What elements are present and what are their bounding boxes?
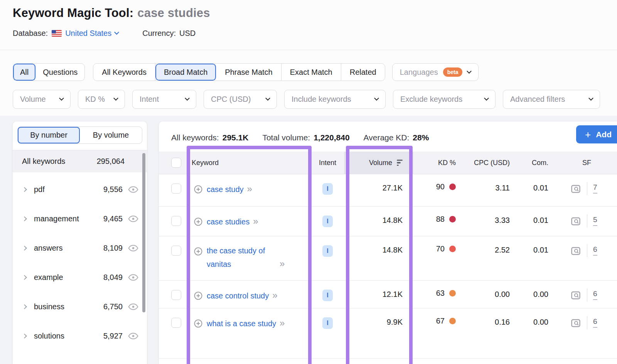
add-keyword-icon[interactable] <box>194 247 203 271</box>
all-keywords-row[interactable]: All keywords 295,064 <box>13 150 147 172</box>
tab-broad-match[interactable]: Broad Match <box>155 64 216 81</box>
intent-filter-dropdown[interactable]: Intent <box>132 90 196 109</box>
chevron-right-icon[interactable] <box>22 187 27 192</box>
intent-badge: I <box>322 183 333 195</box>
serp-preview-icon[interactable] <box>571 246 581 256</box>
row-checkbox[interactable] <box>171 216 181 226</box>
row-checkbox[interactable] <box>171 246 181 256</box>
cpc-value: 3.11 <box>496 184 510 192</box>
tab-all[interactable]: All <box>13 64 36 81</box>
serp-preview-icon[interactable] <box>571 291 581 300</box>
currency-value: USD <box>179 29 196 38</box>
keyword-link[interactable]: the case study of vanitas <box>207 244 276 271</box>
eye-icon[interactable] <box>128 332 138 340</box>
stat-average-kd-value: 28% <box>413 133 429 142</box>
serp-preview-icon[interactable] <box>571 217 581 226</box>
toggle-by-number[interactable]: By number <box>18 127 80 143</box>
group-row-pdf[interactable]: pdf 9,556 <box>13 175 147 204</box>
sidebar-scrollbar[interactable] <box>142 153 145 312</box>
divider <box>587 244 587 257</box>
group-row-solutions[interactable]: solutions 5,927 <box>13 321 147 351</box>
volume-filter-dropdown[interactable]: Volume <box>13 90 71 109</box>
sf-count-link[interactable]: 6 <box>593 317 597 328</box>
group-row-example[interactable]: example 8,049 <box>13 263 147 292</box>
com-value: 0.01 <box>533 246 548 254</box>
languages-dropdown[interactable]: Languages beta <box>392 63 479 81</box>
expand-keyword-icon[interactable]: » <box>272 290 276 300</box>
kd-filter-dropdown[interactable]: KD % <box>78 90 125 109</box>
expand-keyword-icon[interactable]: » <box>253 216 257 226</box>
chevron-right-icon[interactable] <box>22 334 27 339</box>
kd-difficulty-dot <box>449 184 456 190</box>
serp-preview-icon[interactable] <box>571 184 581 194</box>
advanced-filters-dropdown[interactable]: Advanced filters <box>503 90 600 109</box>
sf-cell: 7 <box>560 184 617 195</box>
sf-count-link[interactable]: 6 <box>593 245 597 256</box>
keyword-link[interactable]: case study <box>207 183 244 196</box>
select-all-checkbox[interactable] <box>171 158 181 168</box>
add-keyword-icon[interactable] <box>194 185 203 196</box>
group-row-business[interactable]: business 6,750 <box>13 292 147 321</box>
add-keyword-icon[interactable] <box>194 319 203 330</box>
tab-all-keywords[interactable]: All Keywords <box>93 64 155 81</box>
cpc-filter-dropdown[interactable]: CPC (USD) <box>204 90 277 109</box>
tab-phrase-match-label: Phrase Match <box>225 68 272 77</box>
database-selector[interactable]: United States <box>52 29 118 38</box>
kd-cell: 67 <box>413 318 467 324</box>
stat-all-keywords: All keywords: 295.1K <box>171 133 248 142</box>
chevron-down-icon <box>113 96 118 101</box>
tab-questions[interactable]: Questions <box>36 64 84 81</box>
tab-phrase-match[interactable]: Phrase Match <box>216 64 281 81</box>
expand-keyword-icon[interactable]: » <box>280 318 284 328</box>
chevron-right-icon[interactable] <box>22 304 27 309</box>
chevron-right-icon[interactable] <box>22 216 27 221</box>
expand-keyword-icon[interactable]: » <box>247 184 251 194</box>
header-keyword: Keyword <box>192 159 311 167</box>
eye-icon[interactable] <box>128 215 138 222</box>
header-volume-label: Volume <box>369 159 392 167</box>
kd-difficulty-dot <box>449 246 456 252</box>
page-title-text: Keyword Magic Tool: <box>13 6 133 20</box>
toggle-by-volume[interactable]: By volume <box>80 127 142 143</box>
sf-count-link[interactable]: 6 <box>593 290 597 300</box>
row-checkbox[interactable] <box>171 318 181 328</box>
serp-preview-icon[interactable] <box>571 318 581 328</box>
header-cpc: CPC (USD) <box>467 159 521 167</box>
sf-count-link[interactable]: 5 <box>593 216 597 226</box>
sf-count-link[interactable]: 7 <box>593 183 597 194</box>
keyword-link[interactable]: what is a case study <box>207 317 276 330</box>
add-keyword-icon[interactable] <box>194 291 203 303</box>
keyword-link[interactable]: case control study <box>207 289 269 303</box>
header-volume[interactable]: Volume <box>344 152 413 174</box>
com-cell: 0.01 <box>521 184 560 192</box>
keywords-table-panel: All keywords: 295.1K Total volume: 1,220… <box>159 121 617 364</box>
add-button[interactable]: + Add <box>576 125 617 143</box>
row-checkbox[interactable] <box>171 290 181 300</box>
include-keywords-dropdown[interactable]: Include keywords <box>284 90 386 109</box>
chevron-right-icon[interactable] <box>22 246 27 251</box>
group-row-answers[interactable]: answers 8,109 <box>13 233 147 263</box>
tab-exact-match-label: Exact Match <box>290 68 332 77</box>
eye-icon[interactable] <box>128 244 138 252</box>
tab-related[interactable]: Related <box>341 64 385 81</box>
volume-value: 9.9K <box>387 318 403 327</box>
keyword-link[interactable]: case studies <box>207 215 249 229</box>
group-row-management[interactable]: management 9,465 <box>13 204 147 233</box>
keyword-magic-tool-page: Keyword Magic Tool:case studies Database… <box>0 0 617 364</box>
exclude-keywords-dropdown[interactable]: Exclude keywords <box>393 90 496 109</box>
tab-exact-match[interactable]: Exact Match <box>282 64 341 81</box>
chevron-right-icon[interactable] <box>22 275 27 280</box>
cpc-value: 3.33 <box>495 216 510 225</box>
kd-difficulty-dot <box>449 216 456 222</box>
eye-icon[interactable] <box>128 274 138 281</box>
chevron-down-icon <box>59 96 64 101</box>
add-keyword-icon[interactable] <box>194 217 203 229</box>
stat-total-volume-label: Total volume: <box>262 133 310 142</box>
eye-icon[interactable] <box>128 303 138 310</box>
eye-icon[interactable] <box>128 186 138 193</box>
row-checkbox[interactable] <box>171 184 181 194</box>
table-row: what is a case study» I 9.9K 67 0.16 0.0… <box>159 308 617 359</box>
expand-keyword-icon[interactable]: » <box>280 258 284 269</box>
intent-badge: I <box>322 317 333 329</box>
volume-filter-label: Volume <box>20 95 46 104</box>
